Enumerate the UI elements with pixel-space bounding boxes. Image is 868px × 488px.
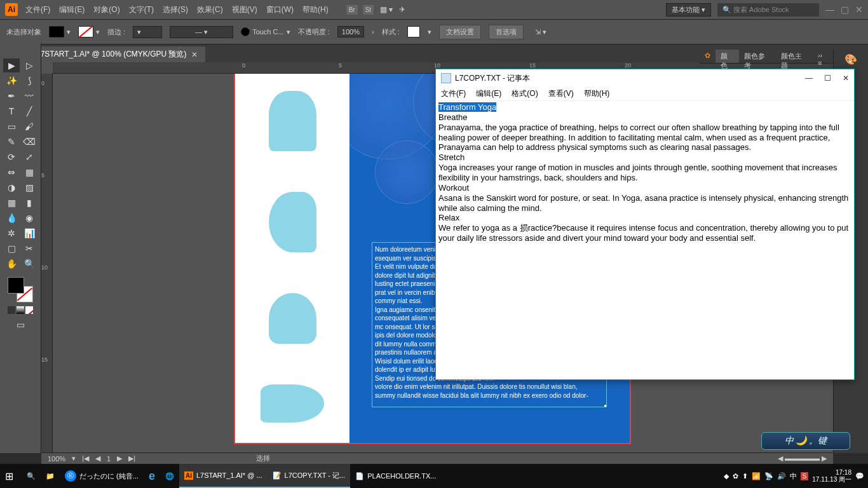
hand-tool[interactable]: ✋ <box>3 257 20 271</box>
tray-network-icon[interactable]: 📡 <box>764 472 773 480</box>
tray-icon[interactable]: ✿ <box>733 472 738 480</box>
np-menu-file[interactable]: 文件(F) <box>441 88 466 99</box>
np-menu-view[interactable]: 查看(V) <box>548 88 574 99</box>
bridge-icon[interactable]: Br <box>346 5 358 15</box>
color-panel-tab[interactable]: 颜色 <box>715 50 739 63</box>
graph-tool[interactable]: 📊 <box>21 226 37 240</box>
tray-volume-icon[interactable]: 🔊 <box>777 472 786 480</box>
eraser-tool[interactable]: ⌫ <box>21 135 37 149</box>
fill-stroke-control[interactable] <box>8 277 33 302</box>
menu-select[interactable]: 选择(S) <box>163 4 188 15</box>
taskbar-edge-icon[interactable]: e <box>144 464 160 488</box>
screen-mode-icon[interactable]: ▭ <box>12 318 29 332</box>
curvature-tool[interactable]: 〰 <box>21 89 37 103</box>
close-tab-icon[interactable]: ✕ <box>191 50 198 59</box>
nav-prev-icon[interactable]: ◀ <box>95 454 100 463</box>
document-tab[interactable]: L7START_1.AI* @ 100% (CMYK/GPU 预览) ✕ <box>29 46 205 62</box>
menu-file[interactable]: 文件(F) <box>25 4 50 15</box>
notepad-minimize-icon[interactable]: — <box>805 74 813 83</box>
width-tool[interactable]: ⇔ <box>3 165 20 179</box>
type-tool[interactable]: T <box>3 104 20 118</box>
menu-view[interactable]: 视图(V) <box>232 4 257 15</box>
notepad-maximize-icon[interactable]: ☐ <box>824 74 831 83</box>
eyedropper-tool[interactable]: 💧 <box>3 211 20 225</box>
tray-icon[interactable]: ⬆ <box>742 472 748 480</box>
notepad-window[interactable]: L7COPY.TXT - 记事本 — ☐ ✕ 文件(F) 编辑(E) 格式(O)… <box>435 69 855 380</box>
line-tool[interactable]: ╱ <box>21 104 37 118</box>
taskbar-explorer-icon[interactable]: 📁 <box>41 464 60 488</box>
opacity-input[interactable]: 100% <box>337 26 364 37</box>
taskbar-illustrator[interactable]: AiL7START_1.AI* @ ... <box>179 464 268 488</box>
menu-effect[interactable]: 效果(C) <box>197 4 223 15</box>
nav-next-icon[interactable]: ▶ <box>117 454 122 463</box>
share-icon[interactable]: ✈ <box>399 5 405 14</box>
action-center-icon[interactable]: 💬 <box>855 472 864 480</box>
notepad-title-bar[interactable]: L7COPY.TXT - 记事本 — ☐ ✕ <box>436 69 854 87</box>
taskbar-notepad-l7copy[interactable]: 📝L7COPY.TXT - 记... <box>268 464 351 488</box>
paintbrush-tool[interactable]: 🖌 <box>21 119 37 133</box>
tray-sogou-icon[interactable]: S <box>801 472 809 480</box>
gradient-tool[interactable]: ▮ <box>21 196 37 210</box>
tray-icon[interactable]: ◆ <box>724 472 729 480</box>
menu-type[interactable]: 文字(T) <box>129 4 154 15</box>
np-menu-edit[interactable]: 编辑(E) <box>476 88 501 99</box>
magic-wand-tool[interactable]: ✨ <box>3 74 20 88</box>
color-guide-tab[interactable]: 颜色参考 <box>739 50 776 63</box>
pen-tool[interactable]: ✒ <box>3 89 20 103</box>
zoom-tool[interactable]: 🔍 <box>21 257 37 271</box>
mesh-tool[interactable]: ▦ <box>3 196 20 210</box>
direct-selection-tool[interactable]: ▷ <box>21 58 37 72</box>
menu-help[interactable]: 帮助(H) <box>302 4 329 15</box>
taskbar-clock[interactable]: 17:18 17.11.13 周一 <box>812 469 851 483</box>
blend-tool[interactable]: ◉ <box>21 211 37 225</box>
none-mode-icon[interactable] <box>25 306 33 314</box>
fill-color-control[interactable]: ▾ <box>49 26 71 37</box>
arrange-icon[interactable]: ▦ ▾ <box>380 5 393 14</box>
vertical-ruler[interactable]: 051015 <box>41 74 53 453</box>
start-button[interactable]: ⊞ <box>0 464 22 488</box>
color-theme-tab[interactable]: 颜色主题 <box>776 50 813 63</box>
page-number[interactable]: 1 <box>107 455 111 463</box>
taskbar-notepad-placeholder[interactable]: 📄PLACEHOLDER.TX... <box>350 464 441 488</box>
window-close-icon[interactable]: ✕ <box>855 4 863 15</box>
window-maximize-icon[interactable]: ▢ <box>841 4 849 15</box>
artboard-tool[interactable]: ▢ <box>3 241 20 255</box>
scale-tool[interactable]: ⤢ <box>21 150 37 164</box>
window-minimize-icon[interactable]: — <box>825 4 834 15</box>
stock-search-input[interactable]: 🔍 搜索 Adobe Stock <box>717 3 819 17</box>
stroke-weight-dropdown[interactable]: ▾ <box>133 26 162 38</box>
rotate-tool[interactable]: ⟳ <box>3 150 20 164</box>
taskbar-search-icon[interactable]: 🔍 <box>22 464 41 488</box>
menu-object[interactable]: 对象(O) <box>93 4 119 15</box>
symbol-sprayer-tool[interactable]: ✲ <box>3 226 20 240</box>
shaper-tool[interactable]: ✎ <box>3 135 20 149</box>
tray-wifi-icon[interactable]: 📶 <box>752 472 761 480</box>
selection-tool[interactable]: ▶ <box>3 58 20 72</box>
lasso-tool[interactable]: ⟆ <box>21 74 37 88</box>
taskbar-browser-icon[interactable]: 🌐 <box>160 464 179 488</box>
tray-ime-icon[interactable]: 中 <box>790 471 797 481</box>
overset-text-icon[interactable]: + <box>604 404 607 407</box>
notepad-close-icon[interactable]: ✕ <box>843 74 849 83</box>
nav-last-icon[interactable]: ▶| <box>128 454 135 463</box>
align-icon[interactable]: ⇲ ▾ <box>535 28 546 36</box>
system-tray[interactable]: ◆ ✿ ⬆ 📶 📡 🔊 中 S 17:18 17.11.13 周一 💬 <box>724 469 868 483</box>
menu-edit[interactable]: 编辑(E) <box>59 4 85 15</box>
menu-window[interactable]: 窗口(W) <box>266 4 294 15</box>
stock-icon[interactable]: St <box>363 5 374 15</box>
taskbar-music-app[interactable]: Ⓚだったのに (純音... <box>60 464 144 488</box>
libraries-icon[interactable]: 🎨 <box>834 50 868 69</box>
perspective-tool[interactable]: ▨ <box>21 180 37 194</box>
document-settings-button[interactable]: 文档设置 <box>439 25 481 39</box>
slice-tool[interactable]: ✂ <box>21 241 37 255</box>
zoom-level[interactable]: 100% <box>48 455 65 463</box>
shape-builder-tool[interactable]: ◑ <box>3 180 20 194</box>
workspace-selector[interactable]: 基本功能 ▾ <box>666 3 711 17</box>
preferences-button[interactable]: 首选项 <box>489 25 524 39</box>
np-menu-help[interactable]: 帮助(H) <box>584 88 610 99</box>
style-swatch[interactable] <box>407 26 420 37</box>
stroke-profile-dropdown[interactable]: — ▾ <box>170 26 233 38</box>
gradient-mode-icon[interactable] <box>17 306 24 314</box>
stroke-color-control[interactable]: ▾ <box>78 26 100 37</box>
free-transform-tool[interactable]: ▦ <box>21 165 37 179</box>
